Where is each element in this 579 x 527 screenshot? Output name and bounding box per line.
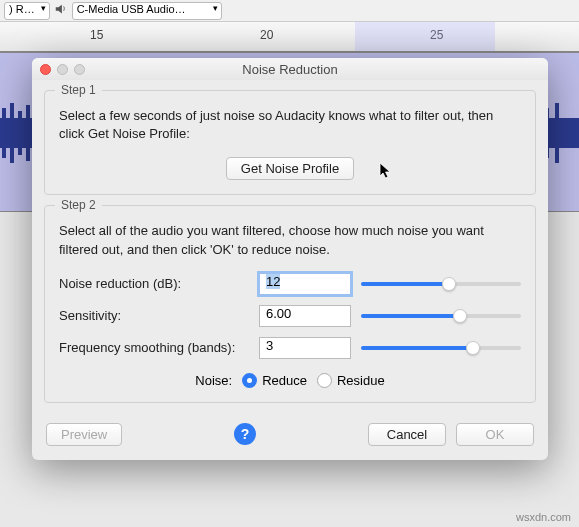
- noise-reduction-dialog: Noise Reduction Step 1 Select a few seco…: [32, 58, 548, 460]
- step2-text: Select all of the audio you want filtere…: [59, 222, 521, 258]
- sensitivity-row: Sensitivity: 6.00: [59, 305, 521, 327]
- noise-mode-row: Noise: Reduce Residue: [59, 373, 521, 388]
- svg-rect-4: [18, 111, 22, 155]
- noise-mode-label: Noise:: [195, 373, 232, 388]
- step2-group: Step 2 Select all of the audio you want …: [44, 205, 536, 402]
- help-icon[interactable]: ?: [234, 423, 256, 445]
- frequency-smoothing-label: Frequency smoothing (bands):: [59, 340, 249, 355]
- sensitivity-slider[interactable]: [361, 305, 521, 327]
- svg-rect-3: [10, 103, 14, 163]
- radio-checked-icon: [242, 373, 257, 388]
- ruler-label: 15: [90, 28, 103, 42]
- timeline-ruler[interactable]: 15 20 25: [0, 22, 579, 52]
- frequency-smoothing-row: Frequency smoothing (bands): 3: [59, 337, 521, 359]
- noise-reduction-row: Noise reduction (dB): 12: [59, 273, 521, 295]
- toolbar-select-left[interactable]: ) R…: [4, 2, 50, 20]
- step1-text: Select a few seconds of just noise so Au…: [59, 107, 521, 143]
- svg-rect-5: [26, 105, 30, 161]
- reduce-radio[interactable]: Reduce: [242, 373, 307, 388]
- app-toolbar: ) R… C-Media USB Audio…: [0, 0, 579, 22]
- frequency-smoothing-slider[interactable]: [361, 337, 521, 359]
- svg-rect-8: [555, 103, 559, 163]
- noise-reduction-input[interactable]: 12: [259, 273, 351, 295]
- sensitivity-label: Sensitivity:: [59, 308, 249, 323]
- step2-legend: Step 2: [55, 198, 102, 212]
- ruler-highlight: [355, 22, 495, 51]
- output-device-select[interactable]: C-Media USB Audio…: [72, 2, 222, 20]
- svg-rect-2: [2, 108, 6, 158]
- residue-radio[interactable]: Residue: [317, 373, 385, 388]
- dialog-title: Noise Reduction: [32, 62, 548, 77]
- ok-button[interactable]: OK: [456, 423, 534, 446]
- step1-legend: Step 1: [55, 83, 102, 97]
- cursor-icon: [379, 163, 393, 181]
- get-noise-profile-button[interactable]: Get Noise Profile: [226, 157, 354, 180]
- noise-reduction-label: Noise reduction (dB):: [59, 276, 249, 291]
- frequency-smoothing-input[interactable]: 3: [259, 337, 351, 359]
- preview-button[interactable]: Preview: [46, 423, 122, 446]
- noise-reduction-slider[interactable]: [361, 273, 521, 295]
- step1-group: Step 1 Select a few seconds of just nois…: [44, 90, 536, 195]
- dialog-titlebar[interactable]: Noise Reduction: [32, 58, 548, 80]
- sensitivity-input[interactable]: 6.00: [259, 305, 351, 327]
- watermark: wsxdn.com: [516, 511, 571, 523]
- ruler-label: 20: [260, 28, 273, 42]
- dialog-button-row: Preview ? Cancel OK: [32, 413, 548, 460]
- cancel-button[interactable]: Cancel: [368, 423, 446, 446]
- speaker-icon: [54, 2, 68, 19]
- radio-unchecked-icon: [317, 373, 332, 388]
